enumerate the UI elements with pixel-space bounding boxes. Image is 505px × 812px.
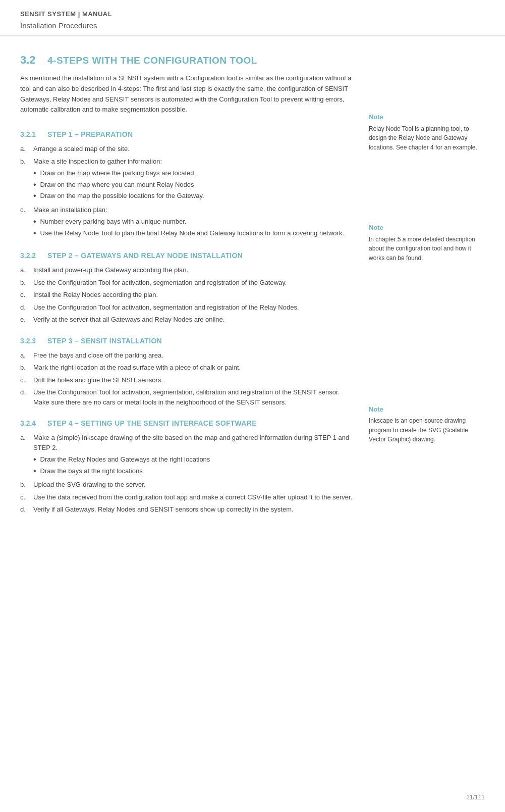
subsection-324-num: 3.2.4 bbox=[20, 418, 41, 429]
note-1-label: Note bbox=[369, 112, 485, 122]
subsection-322: 3.2.2 STEP 2 – GATEWAYS AND RELAY NODE I… bbox=[20, 250, 354, 325]
note-spacer-1 bbox=[369, 167, 485, 223]
list-item: a. Make a (simple) Inkscape drawing of t… bbox=[20, 433, 354, 477]
list-content: Make an installation plan: •Number every… bbox=[33, 205, 354, 240]
list-item: a. Install and power-up the Gateway acco… bbox=[20, 265, 354, 275]
subsection-323-num: 3.2.3 bbox=[20, 336, 41, 346]
subsection-324-title: STEP 4 – SETTING UP THE SENSIT INTERFACE… bbox=[47, 418, 257, 429]
subsection-322-title: STEP 2 – GATEWAYS AND RELAY NODE INSTALL… bbox=[47, 250, 243, 261]
list-item: a. Arrange a scaled map of the site. bbox=[20, 144, 354, 154]
subsection-322-num: 3.2.2 bbox=[20, 250, 41, 261]
list-label: a. bbox=[20, 144, 29, 154]
section-title-text: 4-STEPS WITH THE CONFIGURATION TOOL bbox=[47, 54, 257, 68]
list-item: c. Use the data received from the config… bbox=[20, 492, 354, 502]
bullet-item: •Draw on the map the possible locations … bbox=[33, 191, 354, 201]
list-item: c. Make an installation plan: •Number ev… bbox=[20, 205, 354, 240]
bullet-item: •Use the Relay Node Tool to plan the fin… bbox=[33, 228, 354, 238]
document-subtitle: Installation Procedures bbox=[20, 20, 485, 32]
list-item: d. Verify if all Gateways, Relay Nodes a… bbox=[20, 504, 354, 515]
list-item: c. Install the Relay Nodes according the… bbox=[20, 290, 354, 300]
list-item: a. Free the bays and close off the parki… bbox=[20, 350, 354, 361]
page-header: SENSIT SYSTEM | MANUAL Installation Proc… bbox=[0, 0, 505, 36]
bullet-item: •Draw the bays at the right locations bbox=[33, 466, 354, 476]
subsection-321-heading: 3.2.1 STEP 1 – PREPARATION bbox=[20, 129, 354, 140]
note-3-label: Note bbox=[369, 404, 485, 415]
note-2-text: In chapter 5 a more detailed description… bbox=[369, 235, 485, 263]
bullet-list: •Draw the Relay Nodes and Gateways at th… bbox=[33, 454, 354, 476]
subsection-322-heading: 3.2.2 STEP 2 – GATEWAYS AND RELAY NODE I… bbox=[20, 250, 354, 261]
subsection-324-list: a. Make a (simple) Inkscape drawing of t… bbox=[20, 433, 354, 515]
note-spacer-2 bbox=[369, 278, 485, 404]
bullet-list: •Draw on the map where the parking bays … bbox=[33, 168, 354, 201]
list-content: Make a site inspection to gather informa… bbox=[33, 157, 354, 202]
note-1: Note Relay Node Tool is a planning-tool,… bbox=[369, 112, 485, 152]
bullet-item: •Number every parking bays with a unique… bbox=[33, 217, 354, 227]
list-content: Make a (simple) Inkscape drawing of the … bbox=[33, 433, 354, 477]
section-number: 3.2 bbox=[20, 52, 39, 68]
list-item: b. Use the Configuration Tool for activa… bbox=[20, 278, 354, 288]
page-number: 21/111 bbox=[466, 793, 485, 802]
side-notes-column: Note Relay Node Tool is a planning-tool,… bbox=[369, 52, 485, 526]
note-3-text: Inkscape is an open-source drawing progr… bbox=[369, 416, 485, 444]
list-item: e. Verify at the server that all Gateway… bbox=[20, 315, 354, 325]
subsection-323: 3.2.3 STEP 3 – SENSIT INSTALLATION a. Fr… bbox=[20, 336, 354, 408]
bullet-item: •Draw the Relay Nodes and Gateways at th… bbox=[33, 454, 354, 465]
subsection-322-list: a. Install and power-up the Gateway acco… bbox=[20, 265, 354, 325]
list-label: c. bbox=[20, 205, 29, 240]
subsection-321-num: 3.2.1 bbox=[20, 129, 41, 140]
note-2: Note In chapter 5 a more detailed descri… bbox=[369, 223, 485, 263]
subsection-321-title: STEP 1 – PREPARATION bbox=[47, 129, 133, 140]
list-item: b. Make a site inspection to gather info… bbox=[20, 157, 354, 202]
bullet-item: •Draw on the map where the parking bays … bbox=[33, 168, 354, 178]
main-column: 3.2 4-STEPS WITH THE CONFIGURATION TOOL … bbox=[20, 52, 369, 526]
list-content: Arrange a scaled map of the site. bbox=[33, 144, 354, 154]
list-item: d. Use the Configuration Tool for activa… bbox=[20, 302, 354, 313]
subsection-324-heading: 3.2.4 STEP 4 – SETTING UP THE SENSIT INT… bbox=[20, 418, 354, 429]
note-2-label: Note bbox=[369, 223, 485, 233]
subsection-323-list: a. Free the bays and close off the parki… bbox=[20, 350, 354, 408]
section-heading: 3.2 4-STEPS WITH THE CONFIGURATION TOOL bbox=[20, 52, 354, 68]
subsection-321: 3.2.1 STEP 1 – PREPARATION a. Arrange a … bbox=[20, 129, 354, 239]
section-intro-text: As mentioned the installation of a SENSI… bbox=[20, 73, 354, 115]
list-item: d. Use the Configuration Tool for activa… bbox=[20, 387, 354, 407]
list-item: c. Drill the holes and glue the SENSIT s… bbox=[20, 375, 354, 385]
document-title: SENSIT SYSTEM | MANUAL bbox=[20, 9, 485, 19]
page-body: 3.2 4-STEPS WITH THE CONFIGURATION TOOL … bbox=[0, 36, 505, 546]
subsection-323-title: STEP 3 – SENSIT INSTALLATION bbox=[47, 336, 162, 346]
subsection-321-list: a. Arrange a scaled map of the site. b. … bbox=[20, 144, 354, 239]
bullet-list: •Number every parking bays with a unique… bbox=[33, 217, 354, 238]
note-1-text: Relay Node Tool is a planning-tool, to d… bbox=[369, 124, 485, 153]
subsection-324: 3.2.4 STEP 4 – SETTING UP THE SENSIT INT… bbox=[20, 418, 354, 515]
list-label: b. bbox=[20, 157, 29, 202]
note-3: Note Inkscape is an open-source drawing … bbox=[369, 404, 485, 444]
subsection-323-heading: 3.2.3 STEP 3 – SENSIT INSTALLATION bbox=[20, 336, 354, 346]
list-item: b. Upload the SVG-drawing to the server. bbox=[20, 480, 354, 490]
list-item: b. Mark the right location at the road s… bbox=[20, 363, 354, 373]
bullet-item: •Draw on the map where you can mount Rel… bbox=[33, 180, 354, 190]
